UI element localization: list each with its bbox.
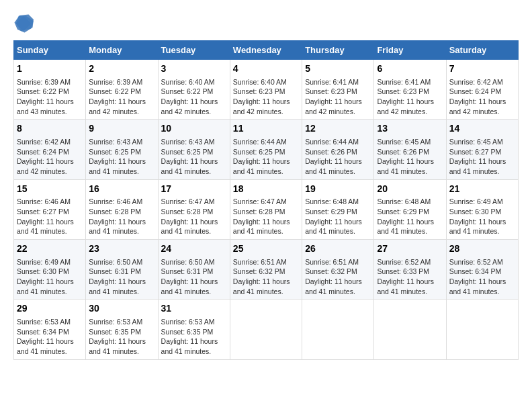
day-content: Sunrise: 6:49 AM Sunset: 6:30 PM Dayligh… <box>17 257 83 297</box>
calendar-week-3: 15Sunrise: 6:46 AM Sunset: 6:27 PM Dayli… <box>14 179 519 239</box>
day-content: Sunrise: 6:41 AM Sunset: 6:23 PM Dayligh… <box>377 77 443 117</box>
calendar-cell-8: 8Sunrise: 6:42 AM Sunset: 6:24 PM Daylig… <box>14 120 86 179</box>
day-number: 4 <box>233 62 299 76</box>
day-number: 28 <box>449 242 515 256</box>
day-content: Sunrise: 6:45 AM Sunset: 6:27 PM Dayligh… <box>449 137 515 177</box>
day-content: Sunrise: 6:50 AM Sunset: 6:31 PM Dayligh… <box>161 257 227 297</box>
calendar-cell-19: 19Sunrise: 6:48 AM Sunset: 6:29 PM Dayli… <box>302 179 374 239</box>
day-number: 6 <box>377 62 443 76</box>
day-content: Sunrise: 6:47 AM Sunset: 6:28 PM Dayligh… <box>233 197 299 236</box>
weekday-header-tuesday: Tuesday <box>158 41 230 60</box>
day-content: Sunrise: 6:40 AM Sunset: 6:23 PM Dayligh… <box>233 77 299 117</box>
day-content: Sunrise: 6:41 AM Sunset: 6:23 PM Dayligh… <box>305 77 371 117</box>
day-content: Sunrise: 6:39 AM Sunset: 6:22 PM Dayligh… <box>17 77 83 117</box>
calendar-cell-22: 22Sunrise: 6:49 AM Sunset: 6:30 PM Dayli… <box>14 240 86 300</box>
day-content: Sunrise: 6:43 AM Sunset: 6:25 PM Dayligh… <box>161 137 227 177</box>
day-number: 23 <box>89 242 154 256</box>
calendar-cell-20: 20Sunrise: 6:48 AM Sunset: 6:29 PM Dayli… <box>374 179 446 239</box>
day-content: Sunrise: 6:51 AM Sunset: 6:32 PM Dayligh… <box>233 257 299 297</box>
calendar-week-2: 8Sunrise: 6:42 AM Sunset: 6:24 PM Daylig… <box>14 120 519 179</box>
calendar-cell-21: 21Sunrise: 6:49 AM Sunset: 6:30 PM Dayli… <box>446 179 518 239</box>
calendar-cell-9: 9Sunrise: 6:43 AM Sunset: 6:25 PM Daylig… <box>86 120 158 179</box>
day-number: 5 <box>305 62 371 76</box>
calendar-cell-31: 31Sunrise: 6:53 AM Sunset: 6:35 PM Dayli… <box>158 300 230 359</box>
calendar-cell-13: 13Sunrise: 6:45 AM Sunset: 6:26 PM Dayli… <box>374 120 446 179</box>
day-number: 10 <box>161 122 227 136</box>
day-content: Sunrise: 6:43 AM Sunset: 6:25 PM Dayligh… <box>89 137 154 177</box>
day-number: 1 <box>17 62 83 76</box>
day-number: 20 <box>377 183 443 196</box>
day-content: Sunrise: 6:51 AM Sunset: 6:32 PM Dayligh… <box>305 257 371 297</box>
calendar-header: SundayMondayTuesdayWednesdayThursdayFrid… <box>14 41 519 60</box>
day-number: 31 <box>161 302 227 316</box>
day-content: Sunrise: 6:49 AM Sunset: 6:30 PM Dayligh… <box>449 197 515 236</box>
day-content: Sunrise: 6:42 AM Sunset: 6:24 PM Dayligh… <box>449 77 515 117</box>
day-content: Sunrise: 6:53 AM Sunset: 6:35 PM Dayligh… <box>89 317 154 357</box>
calendar-cell-11: 11Sunrise: 6:44 AM Sunset: 6:25 PM Dayli… <box>230 120 302 179</box>
day-content: Sunrise: 6:40 AM Sunset: 6:22 PM Dayligh… <box>161 77 227 117</box>
day-number: 3 <box>161 62 227 76</box>
calendar-cell-27: 27Sunrise: 6:52 AM Sunset: 6:33 PM Dayli… <box>374 240 446 300</box>
calendar-cell-26: 26Sunrise: 6:51 AM Sunset: 6:32 PM Dayli… <box>302 240 374 300</box>
calendar-week-4: 22Sunrise: 6:49 AM Sunset: 6:30 PM Dayli… <box>14 240 519 300</box>
day-number: 16 <box>89 183 154 196</box>
day-content: Sunrise: 6:47 AM Sunset: 6:28 PM Dayligh… <box>161 197 227 236</box>
day-number: 22 <box>17 242 83 256</box>
weekday-header-friday: Friday <box>374 41 446 60</box>
weekday-header-saturday: Saturday <box>446 41 518 60</box>
page-header <box>13 13 519 34</box>
calendar-cell-10: 10Sunrise: 6:43 AM Sunset: 6:25 PM Dayli… <box>158 120 230 179</box>
day-number: 13 <box>377 122 443 136</box>
day-content: Sunrise: 6:53 AM Sunset: 6:35 PM Dayligh… <box>161 317 227 357</box>
calendar-cell-6: 6Sunrise: 6:41 AM Sunset: 6:23 PM Daylig… <box>374 60 446 120</box>
calendar-cell-30: 30Sunrise: 6:53 AM Sunset: 6:35 PM Dayli… <box>86 300 158 359</box>
calendar-cell-18: 18Sunrise: 6:47 AM Sunset: 6:28 PM Dayli… <box>230 179 302 239</box>
weekday-header-monday: Monday <box>86 41 158 60</box>
day-number: 29 <box>17 302 83 316</box>
calendar-cell-16: 16Sunrise: 6:46 AM Sunset: 6:28 PM Dayli… <box>86 179 158 239</box>
day-number: 26 <box>305 242 371 256</box>
day-number: 14 <box>449 122 515 136</box>
weekday-row: SundayMondayTuesdayWednesdayThursdayFrid… <box>14 41 519 60</box>
day-content: Sunrise: 6:48 AM Sunset: 6:29 PM Dayligh… <box>305 197 371 236</box>
calendar-cell-1: 1Sunrise: 6:39 AM Sunset: 6:22 PM Daylig… <box>14 60 86 120</box>
day-number: 12 <box>305 122 371 136</box>
day-number: 25 <box>233 242 299 256</box>
calendar-cell-5: 5Sunrise: 6:41 AM Sunset: 6:23 PM Daylig… <box>302 60 374 120</box>
day-number: 11 <box>233 122 299 136</box>
day-number: 18 <box>233 183 299 196</box>
day-number: 27 <box>377 242 443 256</box>
day-number: 30 <box>89 302 154 316</box>
calendar-cell-15: 15Sunrise: 6:46 AM Sunset: 6:27 PM Dayli… <box>14 179 86 239</box>
calendar-cell-3: 3Sunrise: 6:40 AM Sunset: 6:22 PM Daylig… <box>158 60 230 120</box>
calendar-cell-14: 14Sunrise: 6:45 AM Sunset: 6:27 PM Dayli… <box>446 120 518 179</box>
day-content: Sunrise: 6:46 AM Sunset: 6:27 PM Dayligh… <box>17 197 83 236</box>
logo-icon <box>13 13 34 34</box>
calendar-week-1: 1Sunrise: 6:39 AM Sunset: 6:22 PM Daylig… <box>14 60 519 120</box>
calendar-cell-28: 28Sunrise: 6:52 AM Sunset: 6:34 PM Dayli… <box>446 240 518 300</box>
day-content: Sunrise: 6:44 AM Sunset: 6:26 PM Dayligh… <box>305 137 371 177</box>
calendar-cell-29: 29Sunrise: 6:53 AM Sunset: 6:34 PM Dayli… <box>14 300 86 359</box>
day-number: 7 <box>449 62 515 76</box>
day-content: Sunrise: 6:46 AM Sunset: 6:28 PM Dayligh… <box>89 197 154 236</box>
day-content: Sunrise: 6:48 AM Sunset: 6:29 PM Dayligh… <box>377 197 443 236</box>
calendar-body: 1Sunrise: 6:39 AM Sunset: 6:22 PM Daylig… <box>14 60 519 360</box>
day-content: Sunrise: 6:53 AM Sunset: 6:34 PM Dayligh… <box>17 317 83 357</box>
weekday-header-wednesday: Wednesday <box>230 41 302 60</box>
day-content: Sunrise: 6:52 AM Sunset: 6:33 PM Dayligh… <box>377 257 443 297</box>
day-number: 24 <box>161 242 227 256</box>
weekday-header-thursday: Thursday <box>302 41 374 60</box>
calendar-cell-empty <box>302 300 374 359</box>
day-number: 21 <box>449 183 515 196</box>
calendar-cell-empty <box>446 300 518 359</box>
calendar-cell-25: 25Sunrise: 6:51 AM Sunset: 6:32 PM Dayli… <box>230 240 302 300</box>
calendar-cell-17: 17Sunrise: 6:47 AM Sunset: 6:28 PM Dayli… <box>158 179 230 239</box>
day-content: Sunrise: 6:50 AM Sunset: 6:31 PM Dayligh… <box>89 257 154 297</box>
logo <box>13 13 36 34</box>
calendar-cell-empty <box>230 300 302 359</box>
calendar-cell-2: 2Sunrise: 6:39 AM Sunset: 6:22 PM Daylig… <box>86 60 158 120</box>
calendar-table: SundayMondayTuesdayWednesdayThursdayFrid… <box>13 40 519 360</box>
day-number: 9 <box>89 122 154 136</box>
calendar-cell-24: 24Sunrise: 6:50 AM Sunset: 6:31 PM Dayli… <box>158 240 230 300</box>
calendar-week-5: 29Sunrise: 6:53 AM Sunset: 6:34 PM Dayli… <box>14 300 519 359</box>
